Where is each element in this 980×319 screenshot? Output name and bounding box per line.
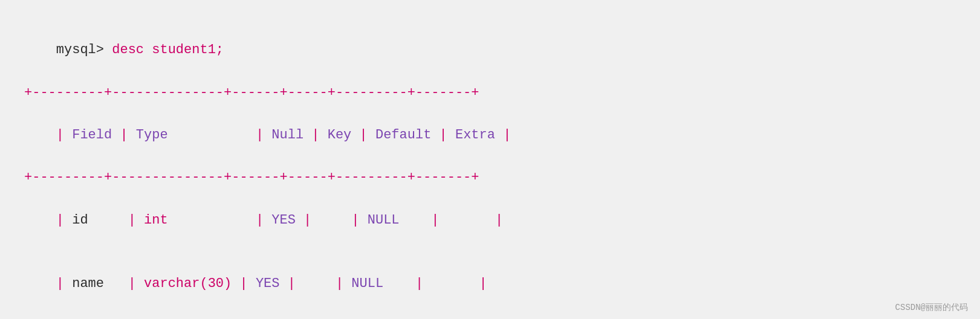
header-default: Default (375, 127, 431, 143)
pipe: | (56, 127, 72, 143)
row1-field: id (72, 213, 112, 228)
header-field: Field (72, 127, 112, 143)
terminal-output: mysql> desc student1; +---------+-------… (24, 18, 956, 319)
separator-mid: +---------+--------------+------+-----+-… (24, 167, 956, 188)
prompt: mysql> (56, 42, 112, 57)
row1-null: YES (271, 213, 296, 228)
row1-default: NULL (368, 213, 400, 228)
data-row-1: | id | int | YES | | NULL | | (24, 188, 956, 253)
command-keyword: desc (112, 42, 152, 57)
command-line: mysql> desc student1; (24, 18, 956, 82)
header-row: | Field | Type | Null | Key | Default | … (24, 103, 956, 167)
header-key: Key (328, 127, 352, 143)
header-null: Null (271, 127, 303, 143)
header-extra: Extra (455, 127, 495, 143)
separator-bottom: +---------+--------------+------+-----+-… (24, 316, 956, 319)
row2-null: YES (256, 276, 280, 291)
separator-top: +---------+--------------+------+-----+-… (24, 82, 956, 103)
header-type: Type (136, 127, 248, 143)
row1-type: int (144, 213, 248, 228)
row2-default: NULL (351, 276, 383, 291)
data-row-2: | name | varchar(30) | YES | | NULL | | (24, 252, 956, 316)
row2-type: varchar(30) (144, 276, 232, 291)
watermark: CSSDN@丽丽的代码 (895, 302, 968, 313)
row2-field: name (72, 276, 112, 291)
table-name: student1; (152, 42, 224, 57)
